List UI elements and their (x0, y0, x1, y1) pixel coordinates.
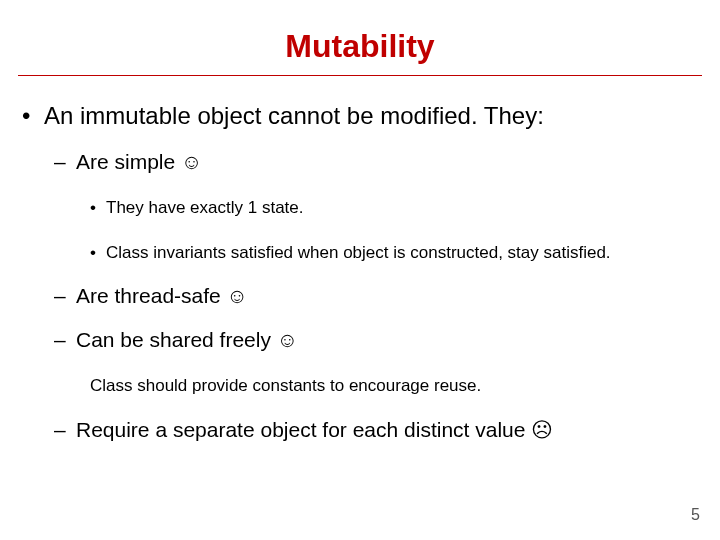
bullet-level2: –Are simple ☺ (54, 150, 702, 174)
page-number: 5 (691, 506, 700, 524)
bullet-level2: –Are thread-safe ☺ (54, 284, 702, 308)
bullet-text: Can be shared freely ☺ (76, 328, 298, 351)
bullet-level3: •They have exactly 1 state. (90, 194, 702, 221)
bullet-text: Class should provide constants to encour… (90, 376, 481, 395)
bullet-text: Require a separate object for each disti… (76, 418, 553, 441)
bullet-text: Are simple ☺ (76, 150, 202, 173)
bullet-text: They have exactly 1 state. (106, 198, 304, 217)
bullet-level2: –Can be shared freely ☺ (54, 328, 702, 352)
bullet-text: Class invariants satisfied when object i… (106, 243, 611, 262)
bullet-dot-icon: • (90, 194, 106, 221)
bullet-level3: •Class invariants satisfied when object … (90, 239, 702, 266)
bullet-text: Are thread-safe ☺ (76, 284, 248, 307)
slide-body: •An immutable object cannot be modified.… (18, 102, 702, 442)
bullet-text: An immutable object cannot be modified. … (44, 102, 544, 129)
bullet-dot-icon: • (90, 239, 106, 266)
bullet-dot-icon: • (22, 102, 44, 130)
slide: Mutability •An immutable object cannot b… (0, 0, 720, 540)
bullet-dash-icon: – (54, 150, 76, 174)
bullet-dash-icon: – (54, 284, 76, 308)
bullet-dash-icon: – (54, 418, 76, 442)
title-rule (18, 75, 702, 76)
bullet-dash-icon: – (54, 328, 76, 352)
slide-title: Mutability (18, 28, 702, 65)
bullet-level3-nobullet: Class should provide constants to encour… (90, 372, 702, 399)
bullet-level1: •An immutable object cannot be modified.… (22, 102, 702, 130)
bullet-level2: –Require a separate object for each dist… (54, 418, 702, 442)
